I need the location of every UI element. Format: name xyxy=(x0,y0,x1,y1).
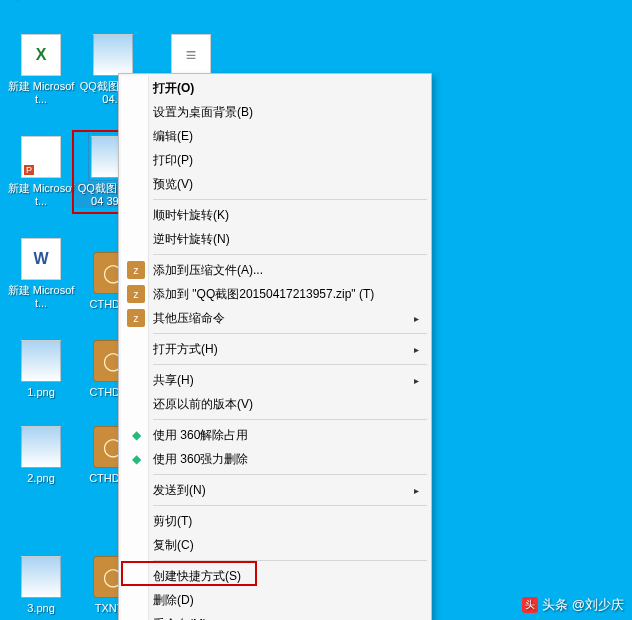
watermark: 头 头条 @刘少庆 xyxy=(522,596,624,614)
desktop-icon-png1[interactable]: 1.png xyxy=(6,340,76,399)
icon-label: 新建 Microsoft... xyxy=(5,284,77,310)
menu-separator xyxy=(153,560,427,561)
menu-add-archive[interactable]: z 添加到压缩文件(A)... xyxy=(121,258,429,282)
menu-create-shortcut[interactable]: 创建快捷方式(S) xyxy=(121,564,429,588)
menu-restore-version[interactable]: 还原以前的版本(V) xyxy=(121,392,429,416)
menu-open-with[interactable]: 打开方式(H) xyxy=(121,337,429,361)
desktop-icon-word[interactable]: 新建 Microsoft... xyxy=(6,238,76,310)
icon-label: 1.png xyxy=(5,386,77,399)
menu-preview[interactable]: 预览(V) xyxy=(121,172,429,196)
context-menu: 打开(O) 设置为桌面背景(B) 编辑(E) 打印(P) 预览(V) 顺时针旋转… xyxy=(118,73,432,620)
toutiao-icon: 头 xyxy=(522,597,538,613)
icon-label: 新建 Microsoft... xyxy=(5,182,77,208)
menu-360-force-delete[interactable]: ◆ 使用 360强力删除 xyxy=(121,447,429,471)
menu-rotate-cw[interactable]: 顺时针旋转(K) xyxy=(121,203,429,227)
menu-copy[interactable]: 复制(C) xyxy=(121,533,429,557)
menu-send-to[interactable]: 发送到(N) xyxy=(121,478,429,502)
menu-rename[interactable]: 重命名(M) xyxy=(121,612,429,620)
watermark-text: 头条 @刘少庆 xyxy=(542,596,624,614)
menu-set-bg[interactable]: 设置为桌面背景(B) xyxy=(121,100,429,124)
menu-open[interactable]: 打开(O) xyxy=(121,76,429,100)
menu-separator xyxy=(153,505,427,506)
image-icon xyxy=(21,340,61,382)
image-icon xyxy=(93,34,133,76)
icon-label: 3.png xyxy=(5,602,77,615)
menu-separator xyxy=(153,419,427,420)
desktop-icon-blank[interactable]: P 新建 Microsoft... xyxy=(6,136,76,208)
ppt-badge: P xyxy=(24,165,34,175)
desktop-icon-excel[interactable]: 新建 Microsoft... xyxy=(6,34,76,106)
icon-label: 新建 Microsoft... xyxy=(5,80,77,106)
excel-icon xyxy=(21,34,61,76)
menu-360-unlock[interactable]: ◆ 使用 360解除占用 xyxy=(121,423,429,447)
archive-icon: z xyxy=(127,285,145,303)
archive-icon: z xyxy=(127,261,145,279)
text-icon xyxy=(171,34,211,76)
menu-other-archive[interactable]: z 其他压缩命令 xyxy=(121,306,429,330)
desktop-icon-png2[interactable]: 2.png xyxy=(6,426,76,485)
truncated-filename: 试.xls xyxy=(6,0,34,2)
menu-separator xyxy=(153,199,427,200)
word-icon xyxy=(21,238,61,280)
menu-share[interactable]: 共享(H) xyxy=(121,368,429,392)
menu-separator xyxy=(153,254,427,255)
menu-edit[interactable]: 编辑(E) xyxy=(121,124,429,148)
image-icon xyxy=(21,556,61,598)
menu-add-to-zip[interactable]: z 添加到 "QQ截图20150417213957.zip" (T) xyxy=(121,282,429,306)
file-icon: P xyxy=(21,136,61,178)
menu-separator xyxy=(153,364,427,365)
archive-icon: z xyxy=(127,309,145,327)
shield-icon: ◆ xyxy=(127,450,145,468)
icon-label: 2.png xyxy=(5,472,77,485)
menu-rotate-ccw[interactable]: 逆时针旋转(N) xyxy=(121,227,429,251)
menu-cut[interactable]: 剪切(T) xyxy=(121,509,429,533)
menu-separator xyxy=(153,474,427,475)
menu-print[interactable]: 打印(P) xyxy=(121,148,429,172)
desktop[interactable]: 试.xls 新建 Microsoft... P 新建 Microsoft... … xyxy=(0,0,632,620)
menu-delete[interactable]: 删除(D) xyxy=(121,588,429,612)
menu-separator xyxy=(153,333,427,334)
image-icon xyxy=(21,426,61,468)
shield-icon: ◆ xyxy=(127,426,145,444)
desktop-icon-png3[interactable]: 3.png xyxy=(6,556,76,615)
